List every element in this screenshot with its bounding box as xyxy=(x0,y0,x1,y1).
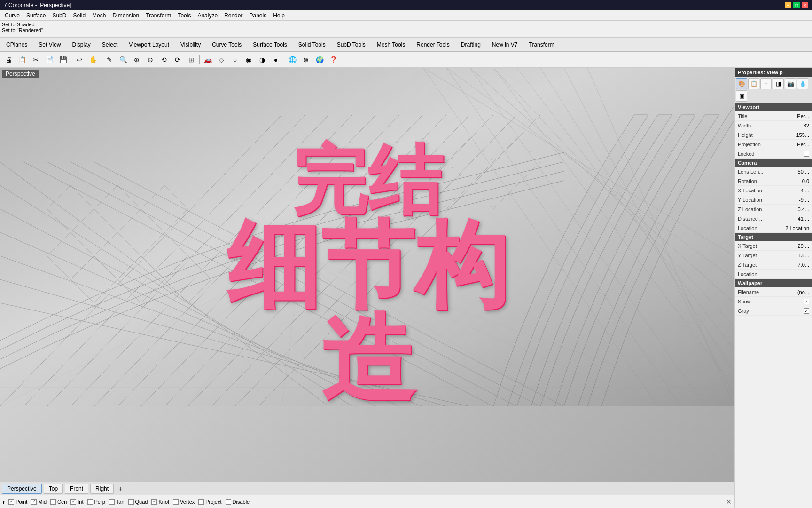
panel-checkbox-locked[interactable] xyxy=(804,151,809,157)
snap-tan-checkbox[interactable] xyxy=(109,499,115,505)
menu-analyze[interactable]: Analyze xyxy=(195,11,220,20)
snap-project-checkbox[interactable] xyxy=(198,499,204,505)
tab-viewport-layout[interactable]: Viewport Layout xyxy=(124,39,174,50)
menu-render[interactable]: Render xyxy=(221,11,245,20)
snap-point-checkbox[interactable] xyxy=(8,499,14,505)
tab-drafting[interactable]: Drafting xyxy=(456,39,486,50)
snap-vertex-checkbox[interactable] xyxy=(173,499,179,505)
toolbar-print[interactable]: 🖨 xyxy=(2,54,15,66)
viewport-label[interactable]: Perspective xyxy=(2,70,39,78)
tab-visibility[interactable]: Visibility xyxy=(175,39,206,50)
tab-subd-tools[interactable]: SubD Tools xyxy=(332,39,371,50)
panel-tab-camera[interactable]: 📷 xyxy=(785,78,796,89)
menu-surface[interactable]: Surface xyxy=(23,11,48,20)
menu-mesh[interactable]: Mesh xyxy=(89,11,109,20)
panel-tab-layout[interactable]: ◨ xyxy=(773,78,784,89)
vp-tab-right[interactable]: Right xyxy=(90,484,114,494)
tab-display[interactable]: Display xyxy=(67,39,96,50)
snap-tan[interactable]: Tan xyxy=(109,499,125,505)
toolbar-draw[interactable]: ✎ xyxy=(103,54,116,66)
snap-mid[interactable]: Mid xyxy=(31,499,47,505)
toolbar-circle[interactable]: ○ xyxy=(228,54,242,66)
toolbar-pan[interactable]: ✋ xyxy=(86,54,100,66)
toolbar-car[interactable]: 🚗 xyxy=(201,54,214,66)
snap-knot-checkbox[interactable] xyxy=(151,499,157,505)
snap-vertex[interactable]: Vertex xyxy=(173,499,195,505)
toolbar-new[interactable]: 📄 xyxy=(43,54,56,66)
panel-tab-grid[interactable]: ▣ xyxy=(736,90,747,102)
tab-select[interactable]: Select xyxy=(97,39,123,50)
panel-row-camera-location: Location 2 Location xyxy=(735,223,812,233)
panel-tab-layer[interactable]: ≡ xyxy=(760,78,772,89)
minimize-button[interactable]: − xyxy=(785,2,791,8)
snap-quad[interactable]: Quad xyxy=(128,499,148,505)
tab-render-tools[interactable]: Render Tools xyxy=(411,39,455,50)
snap-knot[interactable]: Knot xyxy=(151,499,169,505)
toolbar-diamond[interactable]: ◇ xyxy=(215,54,228,66)
toolbar-paste[interactable]: 📋 xyxy=(16,54,29,66)
snap-quad-checkbox[interactable] xyxy=(128,499,134,505)
tab-solid-tools[interactable]: Solid Tools xyxy=(293,39,331,50)
viewport[interactable]: 完结 细节构造 Perspective xyxy=(0,68,734,482)
zoom-in-icon: ⊕ xyxy=(134,56,140,64)
tab-curve-tools[interactable]: Curve Tools xyxy=(207,39,247,50)
menu-subd[interactable]: SubD xyxy=(49,11,69,20)
panel-tab-material[interactable]: 🎨 xyxy=(736,78,747,89)
tab-mesh-tools[interactable]: Mesh Tools xyxy=(372,39,410,50)
toolbar-earth[interactable]: 🌍 xyxy=(313,54,326,66)
toolbar-rotate-r[interactable]: ⟳ xyxy=(171,54,184,66)
panel-value-camera-location[interactable]: 2 Location xyxy=(785,225,809,231)
menu-panels[interactable]: Panels xyxy=(246,11,269,20)
menu-help[interactable]: Help xyxy=(270,11,288,20)
snap-cen-checkbox[interactable] xyxy=(50,499,56,505)
snap-point[interactable]: Point xyxy=(8,499,27,505)
tab-surface-tools[interactable]: Surface Tools xyxy=(248,39,292,50)
panel-value-rotation[interactable]: 0.0 xyxy=(802,178,809,184)
toolbar-zoom[interactable]: 🔍 xyxy=(117,54,130,66)
vp-tab-add-button[interactable]: + xyxy=(116,484,125,494)
snap-perp-checkbox[interactable] xyxy=(87,499,93,505)
menu-dimension[interactable]: Dimension xyxy=(109,11,142,20)
toolbar-globe[interactable]: 🌐 xyxy=(286,54,299,66)
toolbar-solid[interactable]: ● xyxy=(269,54,282,66)
snap-disable[interactable]: Disable xyxy=(226,499,250,505)
snap-perp[interactable]: Perp xyxy=(87,499,105,505)
toolbar-cut[interactable]: ✂ xyxy=(29,54,42,66)
vp-tab-front[interactable]: Front xyxy=(65,484,88,494)
tab-new-in-v7[interactable]: New in V7 xyxy=(487,39,523,50)
snap-cen[interactable]: Cen xyxy=(50,499,67,505)
toolbar-help[interactable]: ❓ xyxy=(327,54,340,66)
maximize-button[interactable]: □ xyxy=(793,2,800,8)
snap-int-checkbox[interactable] xyxy=(70,499,76,505)
toolbar-grid[interactable]: ⊞ xyxy=(185,54,198,66)
tab-cplanes[interactable]: CPlanes xyxy=(1,39,32,50)
toolbar-save[interactable]: 💾 xyxy=(56,54,70,66)
menu-solid[interactable]: Solid xyxy=(70,11,88,20)
panel-checkbox-show[interactable] xyxy=(804,299,809,304)
panel-label-ztarget: Z Target xyxy=(738,262,798,268)
toolbar-undo[interactable]: ↩ xyxy=(73,54,86,66)
tab-setview[interactable]: Set View xyxy=(33,39,66,50)
panel-tab-properties[interactable]: 📋 xyxy=(748,78,759,89)
toolbar-zoom-in[interactable]: ⊕ xyxy=(130,54,143,66)
toolbar-mode1[interactable]: ◉ xyxy=(242,54,255,66)
snap-mid-checkbox[interactable] xyxy=(31,499,37,505)
menu-curve[interactable]: Curve xyxy=(2,11,23,20)
toolbar-star[interactable]: ⊛ xyxy=(299,54,312,66)
panel-value-width[interactable]: 32 xyxy=(804,123,809,128)
toolbar-mode2[interactable]: ◑ xyxy=(256,54,269,66)
toolbar-rotate-l[interactable]: ⟲ xyxy=(157,54,171,66)
panel-checkbox-gray[interactable] xyxy=(804,308,809,314)
snap-disable-checkbox[interactable] xyxy=(226,499,231,505)
vp-tab-perspective[interactable]: Perspective xyxy=(2,484,42,494)
snap-project[interactable]: Project xyxy=(198,499,221,505)
panel-tab-env[interactable]: 💧 xyxy=(797,78,808,89)
menu-tools[interactable]: Tools xyxy=(175,11,194,20)
menu-transform[interactable]: Transform xyxy=(143,11,174,20)
close-button[interactable]: ✕ xyxy=(802,2,808,8)
toolbar-zoom-out[interactable]: ⊖ xyxy=(144,54,157,66)
tab-transform[interactable]: Transform xyxy=(524,39,560,50)
snap-int[interactable]: Int xyxy=(70,499,83,505)
vp-tab-top[interactable]: Top xyxy=(44,484,63,494)
snap-close-button[interactable]: ✕ xyxy=(726,498,732,506)
